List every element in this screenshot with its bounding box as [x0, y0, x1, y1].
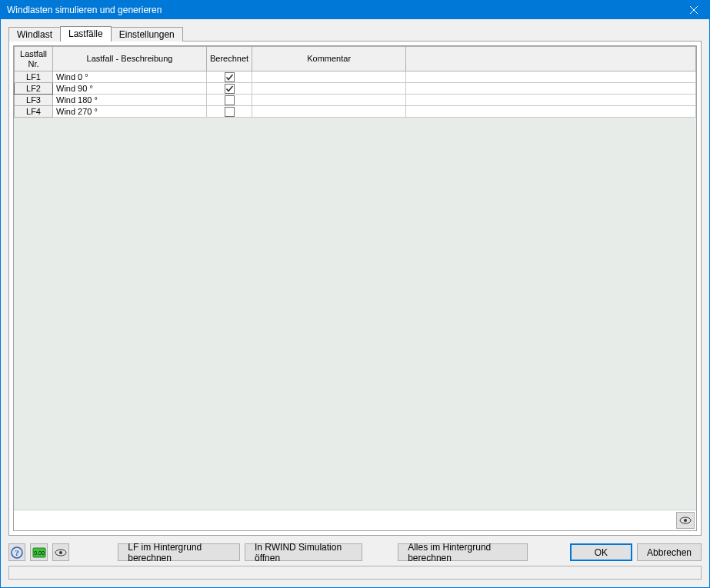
cancel-button[interactable]: Abbrechen: [637, 543, 702, 561]
checkbox-checked-icon: [225, 72, 235, 82]
col-header-calc[interactable]: Berechnet: [207, 47, 252, 71]
cell-calculated[interactable]: [207, 95, 252, 106]
button-row: ? 0.00 LF im Hintergrund berechnen In RW…: [8, 543, 702, 561]
svg-text:0.00: 0.00: [34, 550, 45, 556]
row-header[interactable]: LF1: [15, 71, 53, 83]
ok-button[interactable]: OK: [570, 543, 632, 561]
help-button[interactable]: ?: [8, 543, 25, 561]
col-header-desc[interactable]: Lastfall - Beschreibung: [53, 47, 207, 71]
checkbox-unchecked-icon: [225, 95, 235, 105]
svg-text:?: ?: [15, 548, 19, 557]
titlebar: Windlasten simulieren und generieren: [1, 1, 709, 19]
row-header[interactable]: LF3: [15, 95, 53, 106]
svg-point-13: [59, 551, 62, 554]
cell-description[interactable]: Wind 0 °: [53, 71, 207, 83]
cell-description[interactable]: Wind 270 °: [53, 106, 207, 118]
svg-rect-5: [225, 107, 234, 116]
row-header[interactable]: LF4: [15, 106, 53, 118]
grid-empty-area: [14, 118, 696, 510]
tab-einstellungen[interactable]: Einstellungen: [111, 27, 183, 42]
table-row[interactable]: LF1Wind 0 °: [15, 71, 696, 83]
table-row[interactable]: LF2Wind 90 °: [15, 83, 696, 95]
cell-extra[interactable]: [406, 95, 696, 106]
content-area: Windlast Lastfälle Einstellungen Lastfal…: [1, 19, 709, 587]
table-header-row: Lastfall Nr. Lastfall - Beschreibung Ber…: [15, 47, 696, 71]
cell-extra[interactable]: [406, 83, 696, 95]
cell-calculated[interactable]: [207, 106, 252, 118]
checkbox-checked-icon: [225, 84, 235, 94]
cell-comment[interactable]: [252, 83, 406, 95]
status-bar: [8, 566, 702, 580]
window-title: Windlasten simulieren und generieren: [7, 5, 678, 15]
tab-lastfaelle[interactable]: Lastfälle: [60, 26, 112, 42]
cell-calculated[interactable]: [207, 83, 252, 95]
grid-toolbar: [14, 510, 696, 530]
cell-comment[interactable]: [252, 106, 406, 118]
tabstrip: Windlast Lastfälle Einstellungen: [8, 25, 702, 41]
lf-background-button[interactable]: LF im Hintergrund berechnen: [118, 543, 240, 561]
grid-container: Lastfall Nr. Lastfall - Beschreibung Ber…: [13, 45, 697, 531]
units-icon: 0.00: [32, 547, 46, 558]
close-icon: [690, 6, 698, 14]
cell-description[interactable]: Wind 90 °: [53, 83, 207, 95]
cell-extra[interactable]: [406, 71, 696, 83]
col-header-extra[interactable]: [406, 47, 696, 71]
units-button[interactable]: 0.00: [30, 543, 47, 561]
row-header[interactable]: LF2: [15, 83, 53, 95]
table-row[interactable]: LF4Wind 270 °: [15, 106, 696, 118]
cell-comment[interactable]: [252, 95, 406, 106]
cell-description[interactable]: Wind 180 °: [53, 95, 207, 106]
eye-icon: [55, 549, 67, 556]
col-header-nr[interactable]: Lastfall Nr.: [15, 47, 53, 71]
checkbox-unchecked-icon: [225, 107, 235, 117]
tab-panel: Lastfall Nr. Lastfall - Beschreibung Ber…: [8, 41, 702, 536]
svg-point-7: [684, 519, 687, 522]
table-row[interactable]: LF3Wind 180 °: [15, 95, 696, 106]
close-button[interactable]: [678, 1, 709, 19]
col-header-kom[interactable]: Kommentar: [252, 47, 406, 71]
view-button[interactable]: [52, 543, 69, 561]
svg-rect-4: [225, 95, 234, 105]
dialog-window: Windlasten simulieren und generieren Win…: [0, 0, 710, 588]
grid-view-button[interactable]: [676, 512, 695, 529]
tab-windlast[interactable]: Windlast: [8, 27, 61, 42]
help-icon: ?: [11, 546, 23, 559]
cell-calculated[interactable]: [207, 71, 252, 83]
cell-extra[interactable]: [406, 106, 696, 118]
open-rwind-button[interactable]: In RWIND Simulation öffnen: [245, 543, 362, 561]
loadcase-table[interactable]: Lastfall Nr. Lastfall - Beschreibung Ber…: [14, 46, 696, 118]
eye-icon: [679, 517, 692, 524]
all-background-button[interactable]: Alles im Hintergrund berechnen: [398, 543, 528, 561]
cell-comment[interactable]: [252, 71, 406, 83]
